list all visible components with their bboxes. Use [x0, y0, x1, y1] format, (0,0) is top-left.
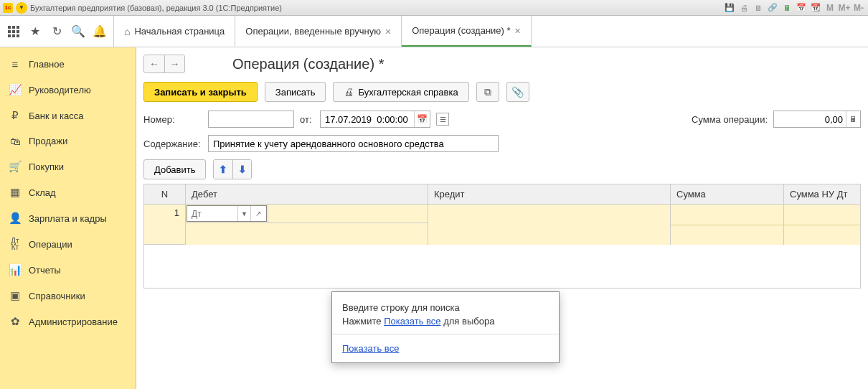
sidebar-item-label: Главное	[29, 59, 65, 70]
sidebar-item-purchases[interactable]: 🛒Покупки	[0, 154, 136, 179]
tabs: ⌂ Начальная страница Операции, введенные…	[114, 16, 532, 47]
paperclip-icon: 📎	[511, 86, 524, 98]
save-button[interactable]: Записать	[265, 82, 326, 102]
close-icon[interactable]: ×	[515, 25, 521, 37]
gear-icon: ✿	[9, 315, 22, 328]
app-logo-icon: 1c	[3, 3, 13, 13]
open-dialog-icon[interactable]: ↗	[250, 206, 265, 221]
tab-operations-manual[interactable]: Операции, введенные вручную ×	[235, 16, 402, 47]
titlebar-tools: 💾 🖨 🗎 🔗 🖩 📅 📆 M M+ M-	[723, 2, 865, 14]
col-debit: Дебет	[186, 184, 428, 204]
tab-home[interactable]: ⌂ Начальная страница	[114, 16, 235, 47]
sidebar-item-label: Зарплата и кадры	[29, 213, 107, 224]
sidebar-item-reports[interactable]: 📊Отчеты	[0, 257, 136, 283]
top-toolbar: ★ ↻ 🔍 🔔 ⌂ Начальная страница Операции, в…	[0, 16, 868, 47]
accounting-report-button[interactable]: 🖨Бухгалтерская справка	[333, 82, 468, 102]
date-icon[interactable]: 📆	[809, 2, 822, 14]
label-sum: Сумма операции:	[692, 114, 768, 125]
apps-icon[interactable]	[6, 24, 22, 39]
btn-label: Бухгалтерская справка	[358, 87, 458, 98]
m-minus-button[interactable]: M-	[852, 2, 865, 14]
tab-operation-create[interactable]: Операция (создание) * ×	[402, 16, 532, 47]
number-input[interactable]	[208, 111, 294, 128]
menu-icon: ≡	[9, 58, 22, 70]
forward-button[interactable]: →	[164, 55, 184, 72]
m-button[interactable]: M	[824, 2, 836, 14]
show-all-link[interactable]: Показать все	[384, 316, 440, 327]
sidebar-item-operations[interactable]: ДтКтОперации	[0, 231, 136, 257]
add-button[interactable]: Добавить	[143, 159, 206, 179]
page-title: Операция (создание) *	[232, 56, 384, 72]
col-n: N	[144, 184, 186, 204]
sidebar-item-label: Администрирование	[29, 317, 118, 327]
sidebar-item-directories[interactable]: ▣Справочники	[0, 283, 136, 309]
date-input[interactable]	[321, 111, 414, 127]
close-icon[interactable]: ×	[385, 26, 391, 37]
date-field: 📅	[320, 111, 430, 128]
app-title: Бухгалтерия предприятия (базовая), редак…	[30, 4, 720, 12]
cell-blank	[268, 205, 428, 222]
ruble-icon: ₽	[9, 109, 22, 122]
bag-icon: 🛍	[9, 135, 22, 147]
move-up-button[interactable]: ⬆	[214, 160, 232, 179]
move-down-button[interactable]: ⬇	[232, 160, 251, 179]
calc-icon[interactable]: 🖩	[780, 2, 793, 14]
table-row[interactable]: 1 ▼ ↗	[144, 205, 860, 245]
compare-icon[interactable]: 🗎	[752, 2, 765, 14]
label-number: Номер:	[143, 114, 202, 125]
star-icon[interactable]: ★	[27, 24, 43, 39]
cell-sumnu[interactable]	[784, 205, 860, 245]
bars-icon: 📊	[9, 263, 22, 276]
person-icon: 👤	[9, 212, 22, 225]
sidebar-item-sales[interactable]: 🛍Продажи	[0, 128, 136, 154]
sidebar-item-label: Покупки	[29, 161, 64, 172]
m-plus-button[interactable]: M+	[838, 2, 851, 14]
list-mode-icon[interactable]: ☰	[436, 113, 449, 126]
cell-debit: ▼ ↗	[186, 205, 428, 245]
link-icon[interactable]: 🔗	[766, 2, 779, 14]
back-button[interactable]: ←	[144, 55, 164, 72]
bell-icon[interactable]: 🔔	[92, 24, 108, 39]
chevron-down-icon[interactable]: ▼	[237, 206, 250, 221]
cell-credit[interactable]	[428, 205, 671, 245]
table-empty-area	[144, 245, 860, 288]
sidebar-item-warehouse[interactable]: ▦Склад	[0, 179, 136, 205]
print-icon: 🖨	[344, 86, 354, 98]
sidebar-item-bank[interactable]: ₽Банк и касса	[0, 103, 136, 128]
col-credit: Кредит	[428, 184, 671, 204]
attach-button[interactable]: 📎	[506, 82, 529, 102]
grid-icon: ▦	[9, 186, 22, 199]
book-icon: ▣	[9, 289, 22, 302]
save-icon[interactable]: 💾	[723, 2, 736, 14]
sidebar-item-admin[interactable]: ✿Администрирование	[0, 309, 136, 334]
popup-hint2: Нажмите Показать все для выбора	[342, 316, 549, 327]
show-all-footer-link[interactable]: Показать все	[342, 343, 399, 354]
sidebar-item-hr[interactable]: 👤Зарплата и кадры	[0, 205, 136, 231]
sum-field: 🖩	[773, 111, 861, 128]
calendar-picker-icon[interactable]: 📅	[414, 111, 430, 127]
chart-icon: 📈	[9, 83, 22, 96]
sidebar-item-label: Продажи	[29, 136, 67, 146]
cell-blank	[186, 223, 428, 245]
sidebar-item-label: Банк и касса	[29, 111, 84, 121]
sidebar-item-manager[interactable]: 📈Руководителю	[0, 77, 136, 103]
calendar-icon[interactable]: 📅	[795, 2, 808, 14]
history-icon[interactable]: ↻	[49, 24, 65, 39]
print-icon[interactable]: 🖨	[737, 2, 750, 14]
titlebar-dropdown-icon[interactable]: ▼	[16, 2, 27, 14]
main-content: ← → Операция (создание) * Записать и зак…	[136, 47, 868, 389]
content-input[interactable]	[208, 135, 499, 152]
save-close-button[interactable]: Записать и закрыть	[143, 82, 258, 102]
tab-label: Операция (создание) *	[412, 25, 510, 36]
debit-account-input[interactable]	[187, 206, 237, 221]
debit-account-field: ▼ ↗	[187, 205, 267, 222]
search-icon[interactable]: 🔍	[70, 24, 86, 39]
structure-button[interactable]: ⧉	[476, 82, 499, 102]
table-header: N Дебет Кредит Сумма Сумма НУ Дт	[144, 184, 860, 205]
col-sum: Сумма	[671, 184, 784, 204]
sum-input[interactable]	[774, 111, 846, 127]
sidebar-item-main[interactable]: ≡Главное	[0, 52, 136, 77]
sidebar: ≡Главное 📈Руководителю ₽Банк и касса 🛍Пр…	[0, 47, 136, 389]
calculator-icon[interactable]: 🖩	[846, 111, 860, 127]
cell-sum[interactable]	[671, 205, 784, 245]
